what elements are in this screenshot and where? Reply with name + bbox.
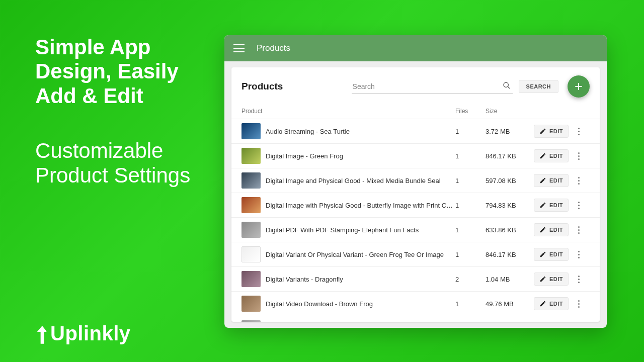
- promo-text: Simple App Design, Easily Add & Edit Cus…: [35, 35, 201, 188]
- product-files: 1: [455, 251, 486, 258]
- product-files: 2: [455, 276, 486, 283]
- plus-icon: [574, 81, 584, 92]
- table-row: Digital Variant Or Physical Variant - Gr…: [231, 242, 600, 266]
- pencil-icon: [539, 276, 546, 283]
- edit-button[interactable]: EDIT: [534, 199, 569, 212]
- product-thumbnail: [242, 123, 261, 139]
- search-button[interactable]: SEARCH: [519, 80, 558, 93]
- table-row: Digital Image and Physical Good - Mixed …: [231, 168, 600, 193]
- brand-logo: Uplinkly: [35, 322, 131, 345]
- product-thumbnail: [242, 271, 261, 287]
- product-size: 633.86 KB: [486, 226, 534, 234]
- product-files: 1: [455, 202, 486, 209]
- table-columns: Product Files Size: [231, 103, 600, 119]
- table-row: Digital Variants - Dragonfly21.04 MBEDIT: [231, 266, 600, 291]
- product-size: 794.83 KB: [486, 202, 534, 209]
- product-name: Digital Video Download - Brown Frog: [266, 300, 455, 308]
- edit-button[interactable]: EDIT: [534, 297, 569, 310]
- product-name: Audio Streaming - Sea Turtle: [266, 128, 455, 135]
- search-input[interactable]: [352, 79, 513, 94]
- edit-button[interactable]: EDIT: [534, 273, 569, 286]
- pencil-icon: [539, 177, 546, 184]
- card-header: Products SEARCH: [231, 67, 600, 103]
- more-menu-icon[interactable]: [574, 152, 584, 160]
- col-product: Product: [242, 108, 455, 115]
- search-field-wrap: [352, 79, 513, 94]
- col-size: Size: [486, 108, 534, 115]
- more-menu-icon[interactable]: [574, 226, 584, 234]
- pencil-icon: [539, 152, 546, 159]
- more-menu-icon[interactable]: [574, 251, 584, 258]
- product-size: 597.08 KB: [486, 177, 534, 185]
- pencil-icon: [539, 251, 546, 258]
- card-title: Products: [242, 81, 283, 92]
- product-thumbnail: [242, 222, 261, 238]
- product-size: 846.17 KB: [486, 152, 534, 160]
- products-card: Products SEARCH Product Files Size Audio…: [231, 67, 600, 322]
- product-name: Digital Variants - Dragonfly: [266, 276, 455, 283]
- table-row: Digital Video Download - Brown Frog149.7…: [231, 291, 600, 316]
- pencil-icon: [539, 128, 546, 135]
- brand-name: Uplinkly: [50, 322, 131, 345]
- edit-button[interactable]: EDIT: [534, 223, 569, 236]
- table-row: [231, 316, 600, 322]
- product-name: Digital Image and Physical Good - Mixed …: [266, 177, 455, 185]
- more-menu-icon[interactable]: [574, 276, 584, 283]
- product-name: Digital Image with Physical Good - Butte…: [266, 202, 455, 209]
- promo-heading-1: Simple App Design, Easily Add & Edit: [35, 35, 201, 108]
- table-row: Digital Image with Physical Good - Butte…: [231, 193, 600, 217]
- product-thumbnail: [242, 296, 261, 312]
- pencil-icon: [539, 300, 546, 307]
- appbar-title: Products: [257, 43, 290, 53]
- product-name: Digital Variant Or Physical Variant - Gr…: [266, 251, 455, 258]
- table-row: Audio Streaming - Sea Turtle13.72 MBEDIT: [231, 119, 600, 143]
- product-files: 1: [455, 226, 486, 234]
- uplinkly-arrow-icon: [35, 325, 49, 345]
- hamburger-menu-icon[interactable]: [233, 44, 245, 52]
- product-files: 1: [455, 152, 486, 160]
- product-thumbnail: [242, 246, 261, 262]
- svg-line-1: [508, 86, 510, 88]
- app-bar: Products: [224, 35, 607, 61]
- edit-button[interactable]: EDIT: [534, 174, 569, 187]
- more-menu-icon[interactable]: [574, 128, 584, 135]
- edit-button[interactable]: EDIT: [534, 149, 569, 162]
- product-thumbnail: [242, 148, 261, 164]
- table-body: Audio Streaming - Sea Turtle13.72 MBEDIT…: [231, 119, 600, 322]
- add-product-button[interactable]: [568, 75, 590, 98]
- product-size: 3.72 MB: [486, 128, 534, 135]
- product-size: 49.76 MB: [486, 300, 534, 308]
- product-thumbnail: [242, 197, 261, 213]
- product-files: 1: [455, 177, 486, 185]
- table-row: Digital Image - Green Frog1846.17 KBEDIT: [231, 143, 600, 168]
- svg-point-0: [504, 82, 508, 87]
- product-size: 1.04 MB: [486, 276, 534, 283]
- col-files: Files: [455, 108, 486, 115]
- pencil-icon: [539, 226, 546, 233]
- search-icon: [503, 81, 511, 89]
- product-thumbnail: [242, 172, 261, 189]
- promo-heading-2: Customizable Product Settings: [35, 138, 201, 188]
- product-files: 1: [455, 128, 486, 135]
- more-menu-icon[interactable]: [574, 202, 584, 209]
- edit-button[interactable]: EDIT: [534, 125, 569, 138]
- product-name: Digital PDF With PDF Stamping- Elephant …: [266, 226, 455, 234]
- more-menu-icon[interactable]: [574, 177, 584, 185]
- product-name: Digital Image - Green Frog: [266, 152, 455, 160]
- product-thumbnail: [242, 320, 261, 322]
- edit-button[interactable]: EDIT: [534, 248, 569, 261]
- table-row: Digital PDF With PDF Stamping- Elephant …: [231, 217, 600, 242]
- pencil-icon: [539, 202, 546, 209]
- app-window: Products Products SEARCH Product Files S…: [224, 35, 607, 328]
- more-menu-icon[interactable]: [574, 300, 584, 308]
- product-files: 1: [455, 300, 486, 308]
- product-size: 846.17 KB: [486, 251, 534, 258]
